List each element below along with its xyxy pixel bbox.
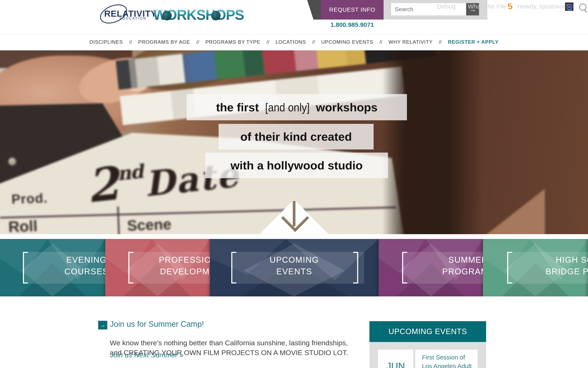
nav-item-programs-by-type[interactable]: PROGRAMS BY TYPE [205, 39, 260, 45]
hero-headline-line1: the first [and only] workshops [187, 94, 407, 120]
nav-item-why-relativity[interactable]: WHY RELATIVITY [389, 39, 433, 45]
upcoming-events-widget-title: UPCOMING EVENTS [370, 321, 486, 342]
bracket-left-icon [507, 252, 512, 284]
event-item[interactable]: First Session of Los Angeles Adult [415, 350, 478, 368]
tile-label-line2: COURSES [27, 266, 105, 277]
tile-label: HIGH SCHOOL BRIDGE PROGRAM [514, 254, 588, 277]
hero-headline-line1-thin: [and only] [265, 101, 310, 114]
tile-professional-development[interactable]: PROFESSIONAL DEVELOPMENT [105, 239, 210, 296]
article-next-summer-link[interactable]: Join us Next Summer » [110, 351, 183, 359]
nav-item-programs-by-age[interactable]: PROGRAMS BY AGE [138, 39, 190, 45]
hero-headline-line1-bold-b: workshops [316, 101, 378, 114]
nav-separator: // [379, 39, 382, 45]
nav-separator: // [312, 39, 315, 45]
nav-separator: // [439, 39, 442, 45]
hero-headline-line1-bold-a: the first [216, 101, 259, 114]
admin-what-the-file-link[interactable]: What The File [468, 3, 507, 10]
tile-upcoming-events[interactable]: UPCOMING EVENTS [210, 239, 379, 296]
event-title-link[interactable]: First Session of Los Angeles Adult [422, 353, 472, 368]
tile-label-line1: HIGH SCHOOL [514, 254, 588, 266]
upcoming-events-widget: UPCOMING EVENTS JUN First Session of Los… [370, 321, 486, 368]
bracket-left-icon [128, 252, 133, 284]
page: Debug What The File 5 Howdy, Ipostovoit … [0, 0, 588, 368]
tile-high-school-bridge-program[interactable]: HIGH SCHOOL BRIDGE PROGRAM [483, 239, 588, 296]
tile-label: PROFESSIONAL DEVELOPMENT [133, 254, 210, 277]
bracket-left-icon [402, 252, 407, 284]
tile-label-line2: EVENTS [210, 266, 379, 277]
arrow-glyph: → [100, 322, 105, 329]
hero-shadow-band [382, 50, 482, 234]
slate-prod-label: Prod. [11, 190, 48, 207]
avatar-pixel-art-icon [566, 4, 567, 5]
nav-item-locations[interactable]: LOCATIONS [275, 39, 306, 45]
tile-label-line2: PROGRAMS [410, 266, 483, 277]
logo-globe-o-icon [162, 11, 172, 20]
tile-label-line2: BRIDGE PROGRAM [514, 266, 588, 277]
event-month: JUN [378, 360, 413, 368]
nav-item-register-apply[interactable]: REGISTER + APPLY [448, 39, 499, 45]
tile-label: SUMMER PROGRAMS [410, 254, 483, 277]
hero-banner: Prod. 2nd Date Roll Scene the first [and… [0, 50, 588, 234]
slate-roll-label: Roll [8, 217, 38, 234]
hero-headline-line3: with a hollywood studio [205, 153, 388, 178]
logo-education-text: EDUCATION [120, 17, 146, 20]
site-logo[interactable]: RELATIVITY EDUCATION WORKSHOPS WORKSHOPS [96, 0, 254, 34]
main-content: → Join us for Summer Camp! We know there… [0, 296, 588, 368]
take-number: 2 [84, 156, 121, 213]
nav-item-disciplines[interactable]: DISCIPLINES [89, 39, 123, 45]
tile-label-line1: EVENING [27, 254, 105, 266]
program-tiles-row: EVENING COURSES PROFESSIONAL DEVELOPMENT [0, 239, 588, 296]
nav-separator: // [129, 39, 132, 45]
tile-evening-courses[interactable]: EVENING COURSES [0, 239, 105, 296]
tile-label-line1: PROFESSIONAL [133, 254, 210, 266]
tile-label-line2: DEVELOPMENT [133, 266, 210, 277]
tile-label: EVENING COURSES [27, 254, 105, 277]
hero-headline-line2: of their kind created [218, 124, 374, 149]
hero-headline-line2-text: of their kind created [240, 130, 352, 143]
tile-summer-programs[interactable]: SUMMER PROGRAMS [379, 239, 483, 296]
hero-headline-line3-text: with a hollywood studio [230, 159, 363, 172]
admin-howdy-link[interactable]: Howdy, Ipostovoit [517, 3, 566, 10]
event-date-box: JUN [378, 350, 413, 368]
admin-avatar[interactable] [565, 2, 573, 11]
admin-debug-link[interactable]: Debug [437, 3, 455, 10]
nav-item-upcoming-events[interactable]: UPCOMING EVENTS [321, 39, 373, 45]
logo-reel-o-icon [211, 11, 221, 20]
article-heading-link[interactable]: Join us for Summer Camp! [110, 320, 204, 329]
slate-scene-label: Scene [127, 215, 172, 234]
nav-separator: // [266, 39, 269, 45]
take-suffix: nd [116, 160, 143, 185]
clapper-rivet-icon [8, 157, 16, 166]
join-arrow-icon[interactable]: → [98, 321, 107, 330]
tile-label: UPCOMING EVENTS [210, 254, 379, 277]
phone-number-link[interactable]: 1.800.985.9071 [321, 21, 384, 28]
request-info-button[interactable]: REQUEST INFO [321, 0, 384, 19]
main-nav: DISCIPLINES // PROGRAMS BY AGE // PROGRA… [0, 34, 588, 50]
nav-separator: // [196, 39, 199, 45]
tile-label-line1: UPCOMING [210, 254, 379, 266]
tile-label-line1: SUMMER [410, 254, 483, 266]
search-icon[interactable] [579, 3, 587, 11]
